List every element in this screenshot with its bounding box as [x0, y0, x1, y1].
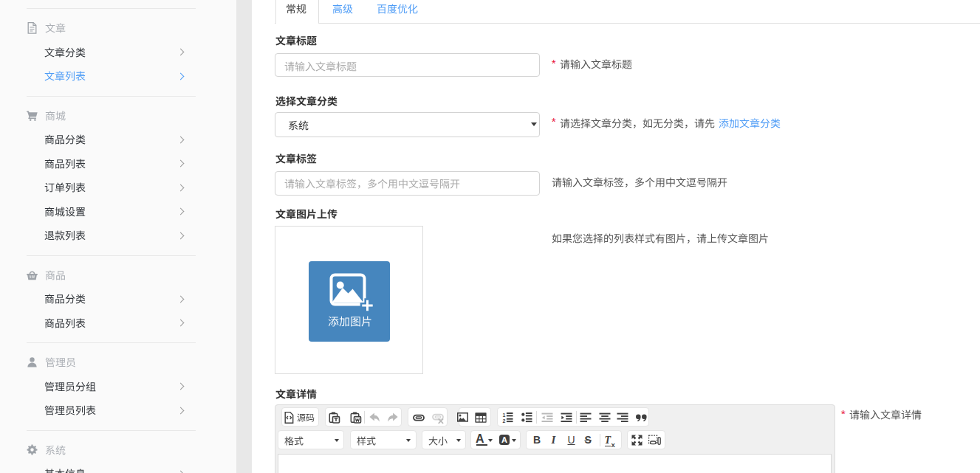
svg-text:2: 2	[503, 418, 506, 424]
svg-text:1: 1	[503, 412, 506, 418]
